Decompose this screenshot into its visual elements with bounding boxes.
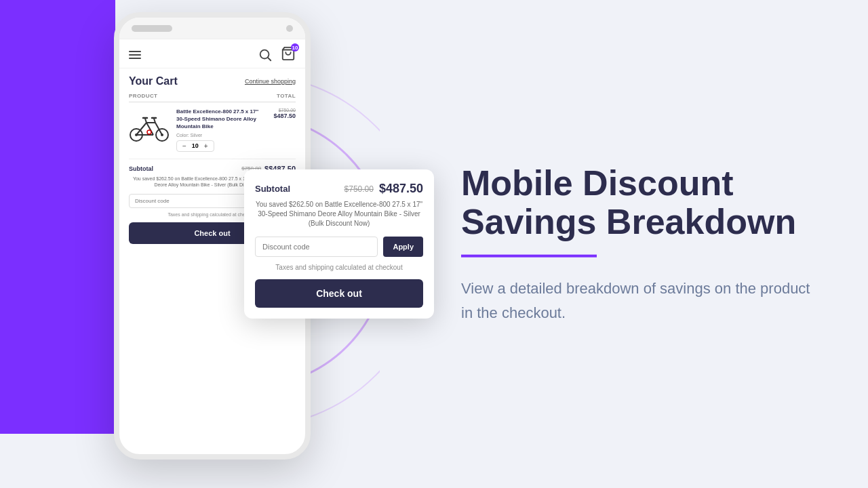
- bike-icon: [130, 113, 169, 143]
- qty-increase-btn[interactable]: +: [203, 142, 210, 150]
- svg-line-3: [268, 58, 271, 60]
- svg-point-18: [147, 130, 151, 134]
- product-info: Battle Excellence-800 27.5 x 17" 30-Spee…: [176, 108, 267, 152]
- hamburger-icon[interactable]: [129, 51, 141, 59]
- popup-discount-row: Apply: [255, 237, 423, 257]
- product-name: Battle Excellence-800 27.5 x 17" 30-Spee…: [176, 108, 267, 131]
- title-underline: [461, 255, 597, 258]
- price-discounted: $487.50: [273, 113, 296, 119]
- popup-original-price: $750.00: [344, 184, 374, 194]
- product-row: Battle Excellence-800 27.5 x 17" 30-Spee…: [129, 108, 296, 152]
- total-col-header: TOTAL: [277, 93, 296, 99]
- right-content: Mobile Discount Savings Breakdown View a…: [461, 164, 814, 325]
- cart-title: Your Cart: [129, 75, 178, 87]
- notch-dot: [286, 25, 293, 32]
- main-title: Mobile Discount Savings Breakdown: [461, 164, 814, 241]
- purple-bar-top: [0, 0, 115, 61]
- popup-card: Subtotal $750.00 $487.50 You saved $262.…: [244, 169, 434, 319]
- subtitle: View a detailed breakdown of savings on …: [461, 277, 814, 324]
- popup-taxes-text: Taxes and shipping calculated at checkou…: [255, 264, 423, 271]
- qty-stepper: − 10 +: [176, 140, 214, 152]
- phone-notch: [119, 18, 305, 39]
- subtotal-label: Subtotal: [129, 165, 153, 172]
- popup-discounted-price: $487.50: [379, 182, 423, 196]
- phone-header: 10: [119, 39, 305, 68]
- popup-subtotal-row: Subtotal $750.00 $487.50: [255, 182, 423, 196]
- price-original: $750.00: [273, 108, 296, 113]
- product-color: Color: Silver: [176, 133, 267, 138]
- popup-subtotal-label: Subtotal: [255, 184, 290, 194]
- popup-discount-input[interactable]: [255, 237, 378, 257]
- search-icon[interactable]: [258, 47, 273, 62]
- cart-badge[interactable]: 10: [281, 46, 296, 64]
- popup-savings-text: You saved $262.50 on Battle Excellence-8…: [255, 200, 423, 228]
- popup-apply-btn[interactable]: Apply: [383, 237, 423, 257]
- cart-count: 10: [291, 43, 299, 52]
- product-col-header: PRODUCT: [129, 93, 157, 99]
- popup-prices: $750.00 $487.50: [344, 182, 423, 196]
- product-price-col: $750.00 $487.50: [273, 108, 296, 152]
- table-header: PRODUCT TOTAL: [129, 93, 296, 102]
- title-line2: Savings Breakdown: [461, 202, 796, 241]
- continue-shopping-link[interactable]: Continue shopping: [245, 78, 296, 85]
- cart-header: Your Cart Continue shopping: [129, 75, 296, 87]
- notch-pill: [132, 25, 172, 32]
- title-line1: Mobile Discount: [461, 163, 734, 203]
- header-icons: 10: [258, 46, 296, 64]
- discount-input[interactable]: [129, 194, 263, 208]
- qty-value: 10: [192, 142, 199, 149]
- purple-bar: [0, 54, 115, 434]
- popup-checkout-btn[interactable]: Check out: [255, 279, 423, 308]
- svg-line-16: [145, 119, 146, 123]
- svg-point-2: [260, 50, 269, 59]
- qty-decrease-btn[interactable]: −: [181, 142, 188, 150]
- product-image: [129, 108, 170, 148]
